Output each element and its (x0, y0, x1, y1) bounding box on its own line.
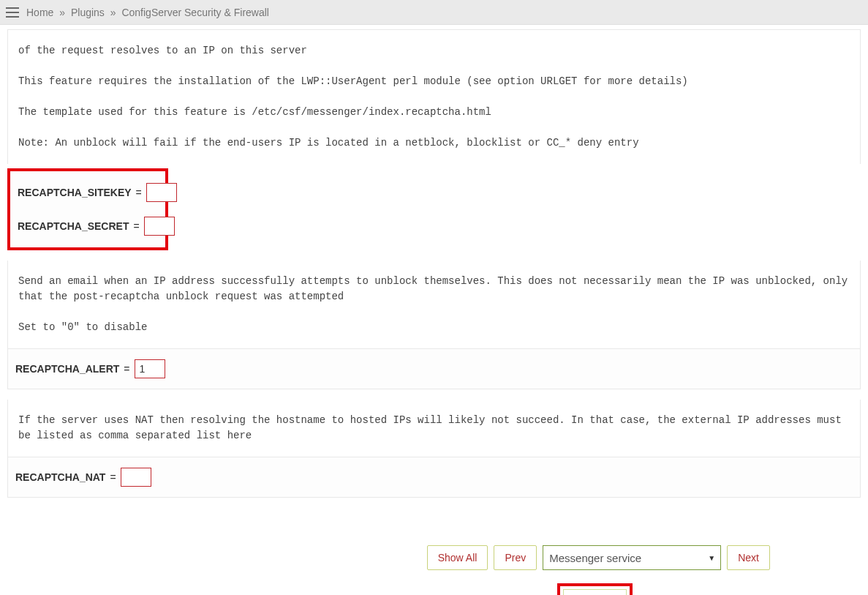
label-recaptcha-sitekey: RECAPTCHA_SITEKEY (18, 187, 132, 198)
next-button[interactable]: Next (727, 545, 770, 570)
section-recaptcha-alert: Send an email when an IP address success… (7, 261, 861, 389)
menu-icon[interactable] (6, 7, 19, 18)
field-recaptcha-nat: RECAPTCHA_NAT = (8, 457, 860, 497)
equals-sign: = (124, 363, 129, 375)
field-recaptcha-secret: RECAPTCHA_SECRET = (13, 209, 162, 243)
label-recaptcha-secret: RECAPTCHA_SECRET (18, 220, 129, 232)
equals-sign: = (133, 220, 139, 232)
breadcrumb-sep: » (110, 7, 116, 18)
field-recaptcha-sitekey: RECAPTCHA_SITEKEY = (13, 176, 162, 209)
top-bar: Home » Plugins » ConfigServer Security &… (0, 0, 868, 25)
highlight-recaptcha-keys: RECAPTCHA_SITEKEY = RECAPTCHA_SECRET = (7, 168, 168, 250)
content-area: of the request resolves to an IP on this… (0, 29, 868, 595)
field-recaptcha-alert: RECAPTCHA_ALERT = (8, 349, 860, 389)
show-all-button[interactable]: Show All (427, 545, 488, 570)
input-recaptcha-sitekey[interactable] (146, 183, 177, 202)
equals-sign: = (136, 187, 142, 198)
highlight-change-button: Change (557, 583, 633, 595)
input-recaptcha-alert[interactable] (135, 359, 165, 378)
nav-row: Show All Prev Messenger service ▼ Next (7, 545, 861, 570)
change-row: Change (7, 583, 861, 595)
desc-recaptcha-nat: If the server uses NAT then resolving th… (8, 400, 860, 457)
breadcrumb-plugins[interactable]: Plugins (71, 7, 105, 18)
prev-button[interactable]: Prev (494, 545, 537, 570)
label-recaptcha-nat: RECAPTCHA_NAT (15, 471, 105, 483)
equals-sign: = (110, 471, 116, 483)
input-recaptcha-secret[interactable] (144, 217, 175, 236)
change-button[interactable]: Change (563, 589, 627, 595)
input-recaptcha-nat[interactable] (121, 468, 151, 487)
breadcrumb-current: ConfigServer Security & Firewall (121, 7, 269, 18)
desc-recaptcha-alert: Send an email when an IP address success… (8, 261, 860, 349)
breadcrumb: Home » Plugins » ConfigServer Security &… (26, 7, 269, 18)
breadcrumb-sep: » (59, 7, 65, 18)
section-select[interactable]: Messenger service (543, 545, 721, 570)
breadcrumb-home[interactable]: Home (26, 7, 53, 18)
section-select-wrap: Messenger service ▼ (543, 545, 721, 570)
label-recaptcha-alert: RECAPTCHA_ALERT (15, 363, 119, 375)
section-recaptcha-keys: of the request resolves to an IP on this… (7, 29, 861, 164)
desc-recaptcha-keys: of the request resolves to an IP on this… (8, 30, 860, 164)
section-recaptcha-nat: If the server uses NAT then resolving th… (7, 400, 861, 498)
